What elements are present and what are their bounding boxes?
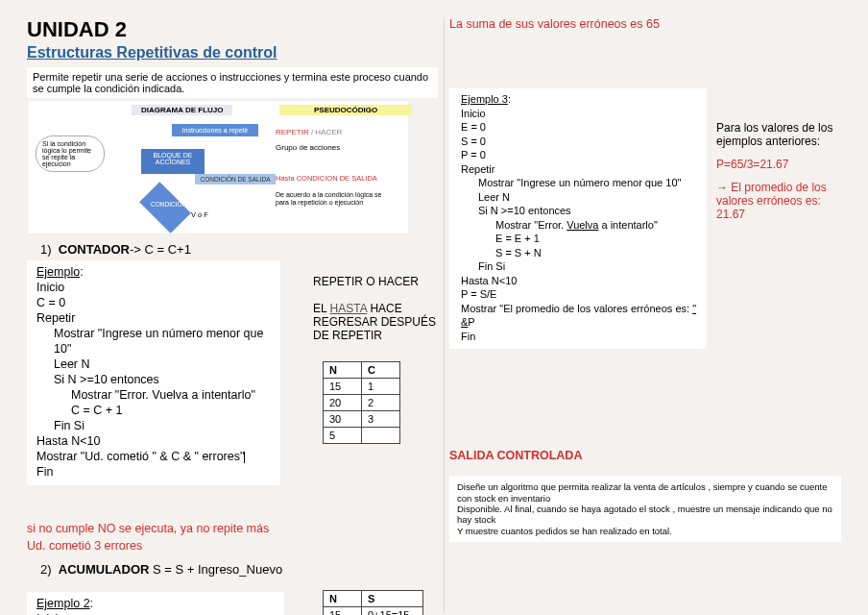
example3-code: Ejemplo 3: Inicio E = 0 S = 0 P = 0 Repe…: [449, 88, 707, 349]
box-actions: BLOQUE DE ACCIONES: [141, 149, 205, 174]
acumulador-heading: 2) ACUMULADOR S = S + Ingreso_Nuevo: [40, 562, 438, 577]
problem-text: Diseñe un algoritmo que permita realizar…: [449, 476, 841, 542]
side-calc: Para los valores de los ejemplos anterio…: [716, 121, 841, 231]
pseudo-desc: De acuerdo a la condición lógica se para…: [276, 191, 391, 206]
cloud-condition: Si la condición lógica lo permite se rep…: [36, 135, 105, 172]
label-condition: CONDICIÓN: [151, 201, 186, 208]
intro-text: Permite repetir una serie de acciones o …: [27, 67, 438, 98]
pseudo-hasta: Hasta CONDICION DE SALIDA: [276, 174, 377, 183]
contador-heading: 1) CONTADOR-> C = C+1: [40, 242, 438, 257]
example1-code: Ejemplo: Inicio C = 0 Repetir Mostrar "I…: [27, 260, 280, 485]
table-nc: NC 151 202 303 5: [323, 361, 400, 444]
diamond-condition: [139, 182, 191, 234]
unit-title: UNIDAD 2: [27, 17, 438, 42]
note-ud-cometio: Ud. cometió 3 errores: [27, 539, 438, 553]
pseudo-repeat: REPETIR / HACER: [276, 128, 342, 136]
box-exit-condition: CONDICIÓN DE SALIDA: [195, 174, 276, 184]
pseudo-group: Grupo de acciones: [276, 143, 340, 152]
box-instructions: Instrucciones a repetir: [172, 124, 258, 136]
repeat-note: REPETIR O HACER EL HASTA HACE REGRESAR D…: [313, 275, 447, 342]
diagram-title-left: DIAGRAMA DE FLUJO: [132, 105, 232, 115]
sum-erroneos: La suma de sus valores erróneos es 65: [449, 17, 841, 31]
label-vf: V ó F: [191, 210, 208, 219]
subtitle: Estructuras Repetitivas de control: [27, 44, 438, 62]
flow-diagram: DIAGRAMA DE FLUJO PSEUDOCÓDIGO Si la con…: [27, 100, 409, 234]
diagram-title-right: PSEUDOCÓDIGO: [279, 105, 412, 115]
note-no-cumple: si no cumple NO se ejecuta, ya no repite…: [27, 522, 438, 535]
example2-code: Ejemplo 2: Inicio S = 0: [27, 592, 284, 615]
table-ns: NS 150+15=15: [323, 590, 423, 615]
salida-heading: SALIDA CONTROLADA: [449, 449, 841, 462]
